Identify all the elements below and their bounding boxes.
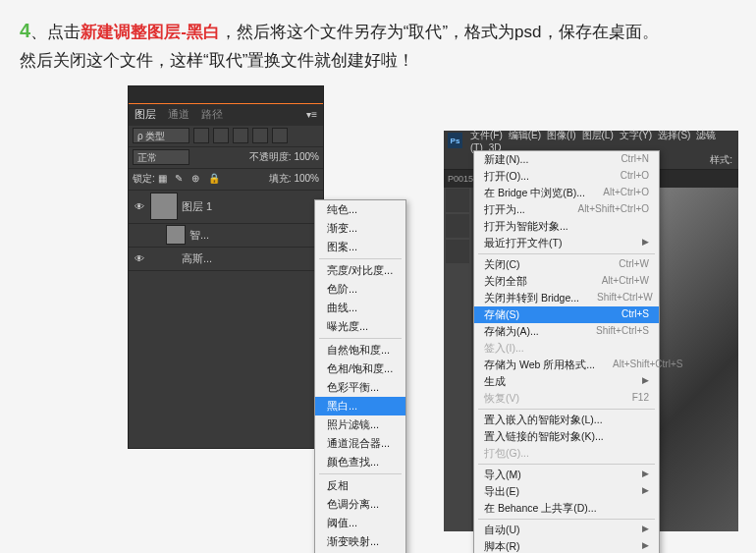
tool-1[interactable] — [446, 189, 469, 212]
layers-list: 👁 图层 1 智... 👁 高斯... — [129, 191, 323, 271]
adjust-item[interactable]: 色彩平衡... — [315, 378, 405, 397]
file-menu-item[interactable]: 在 Bridge 中浏览(B)...Alt+Ctrl+O — [474, 185, 659, 201]
file-menu-item[interactable]: 导出(E)▶ — [474, 483, 659, 500]
ps-logo-icon: Ps — [448, 133, 462, 148]
menu-item[interactable]: 文字(Y) — [620, 130, 652, 140]
adjust-item[interactable]: 颜色查找... — [315, 453, 405, 471]
filter-icon-4[interactable] — [252, 128, 268, 143]
menu-item[interactable]: 编辑(E) — [509, 130, 541, 140]
visibility-icon[interactable]: 👁 — [133, 201, 146, 212]
adjust-item[interactable]: 纯色... — [315, 200, 405, 219]
adjust-item[interactable]: 照片滤镜... — [315, 415, 405, 434]
tab-channels[interactable]: 通道 — [168, 107, 189, 122]
adjust-item[interactable]: 阈值... — [315, 514, 405, 532]
adjust-item[interactable]: 色阶... — [315, 280, 405, 299]
file-menu-item[interactable]: 关闭全部Alt+Ctrl+W — [474, 273, 659, 290]
layer-thumb — [150, 193, 178, 220]
layer-item-gauss[interactable]: 👁 高斯... — [129, 248, 323, 271]
filter-row: ρ 类型 — [129, 126, 323, 147]
smart-filter-label: 智... — [189, 228, 209, 243]
blend-row: 正常 不透明度: 100% — [129, 147, 323, 169]
tab-paths[interactable]: 路径 — [201, 107, 223, 122]
tab-layers[interactable]: 图层 — [135, 107, 156, 122]
gauss-label: 高斯... — [182, 251, 212, 266]
adjust-item[interactable]: 色调分离... — [315, 495, 405, 514]
layer-name: 图层 1 — [182, 199, 212, 214]
menu-item[interactable]: 图像(I) — [547, 130, 575, 140]
filter-icon-2[interactable] — [213, 128, 229, 143]
visibility-icon[interactable]: 👁 — [133, 253, 146, 264]
file-menu-item[interactable]: 打开为...Alt+Shift+Ctrl+O — [474, 201, 659, 218]
file-menu-item[interactable]: 打包(G)... — [474, 445, 659, 462]
fill-label: 填充: — [269, 173, 292, 184]
blend-mode-select[interactable]: 正常 — [133, 149, 189, 165]
file-menu-item[interactable]: 关闭并转到 Bridge...Shift+Ctrl+W — [474, 290, 659, 306]
opacity-label: 不透明度: — [249, 151, 292, 162]
adjust-item[interactable]: 反相 — [315, 476, 405, 495]
toolbox — [444, 188, 471, 531]
adjustment-menu: 纯色...渐变...图案...亮度/对比度...色阶...曲线...曝光度...… — [314, 199, 406, 553]
menu-item[interactable]: 图层(L) — [582, 130, 614, 140]
file-menu-item[interactable]: 打开为智能对象... — [474, 218, 659, 235]
menu-item[interactable]: 选择(S) — [658, 130, 690, 140]
file-menu: 新建(N)...Ctrl+N打开(O)...Ctrl+O在 Bridge 中浏览… — [473, 150, 660, 553]
file-menu-item[interactable]: 置入链接的智能对象(K)... — [474, 428, 659, 445]
adjust-item[interactable]: 黑白... — [315, 397, 405, 415]
lock-row: 锁定: ▦ ✎ ⊕ 🔒 填充: 100% — [129, 169, 323, 191]
tool-2[interactable] — [446, 214, 469, 238]
lock-label: 锁定: — [133, 173, 155, 184]
layer-item-smart[interactable]: 智... — [129, 224, 323, 248]
file-menu-item[interactable]: 新建(N)...Ctrl+N — [474, 151, 659, 168]
file-menu-item[interactable]: 导入(M)▶ — [474, 467, 659, 483]
adjust-item[interactable]: 渐变映射... — [315, 532, 405, 551]
instruction-text: 4、点击新建调整图层-黑白，然后将这个文件另存为“取代”，格式为psd，保存在桌… — [0, 0, 756, 85]
menu-item[interactable]: 文件(F) — [470, 130, 503, 140]
highlight-text: 新建调整图层-黑白 — [81, 23, 220, 41]
adjust-item[interactable]: 通道混合器... — [315, 434, 405, 453]
fill-value[interactable]: 100% — [294, 173, 319, 184]
step-number: 4 — [20, 20, 30, 41]
adjust-item[interactable]: 渐变... — [315, 219, 405, 238]
adjust-item[interactable]: 曝光度... — [315, 317, 405, 336]
file-menu-item[interactable]: 自动(U)▶ — [474, 522, 659, 538]
file-menu-item[interactable]: 最近打开文件(T)▶ — [474, 235, 659, 251]
adjust-item[interactable]: 亮度/对比度... — [315, 261, 405, 280]
layer-item-1[interactable]: 👁 图层 1 — [129, 191, 323, 224]
file-menu-item[interactable]: 关闭(C)Ctrl+W — [474, 256, 659, 273]
file-menu-item[interactable]: 在 Behance 上共享(D)... — [474, 500, 659, 517]
adjust-item[interactable]: 自然饱和度... — [315, 341, 405, 359]
smart-filter-icon — [166, 225, 186, 245]
filter-icon-3[interactable] — [233, 128, 248, 143]
file-menu-item[interactable]: 打开(O)...Ctrl+O — [474, 168, 659, 185]
layers-panel: 图层 通道 路径 ▾≡ ρ 类型 正常 不透明度: 100% 锁定: ▦ ✎ ⊕… — [128, 85, 324, 449]
opacity-value[interactable]: 100% — [294, 151, 319, 162]
file-menu-item[interactable]: 置入嵌入的智能对象(L)... — [474, 412, 659, 428]
adjust-item[interactable]: 图案... — [315, 238, 405, 256]
filter-icon-5[interactable] — [272, 128, 288, 143]
adjust-item[interactable]: 色相/饱和度... — [315, 359, 405, 378]
adjust-item[interactable]: 曲线... — [315, 299, 405, 317]
file-menu-item[interactable]: 存储为 Web 所用格式...Alt+Shift+Ctrl+S — [474, 357, 659, 373]
file-menu-item[interactable]: 存储(S)Ctrl+S — [474, 306, 659, 323]
file-menu-item[interactable]: 脚本(R)▶ — [474, 538, 659, 553]
menubar: Ps 文件(F)编辑(E)图像(I)图层(L)文字(Y)选择(S)滤镜(T)3D — [444, 131, 738, 150]
filter-icon-1[interactable] — [193, 128, 209, 143]
kind-select[interactable]: ρ 类型 — [133, 128, 189, 143]
panel-menu-icon[interactable]: ▾≡ — [306, 109, 317, 120]
tool-3[interactable] — [446, 240, 469, 263]
file-menu-item[interactable]: 生成▶ — [474, 373, 659, 390]
file-menu-item[interactable]: 存储为(A)...Shift+Ctrl+S — [474, 323, 659, 340]
style-label: 样式: — [704, 150, 738, 170]
file-menu-item[interactable]: 恢复(V)F12 — [474, 390, 659, 407]
panel-tabs: 图层 通道 路径 ▾≡ — [129, 104, 323, 126]
file-menu-item[interactable]: 签入(I)... — [474, 340, 659, 357]
